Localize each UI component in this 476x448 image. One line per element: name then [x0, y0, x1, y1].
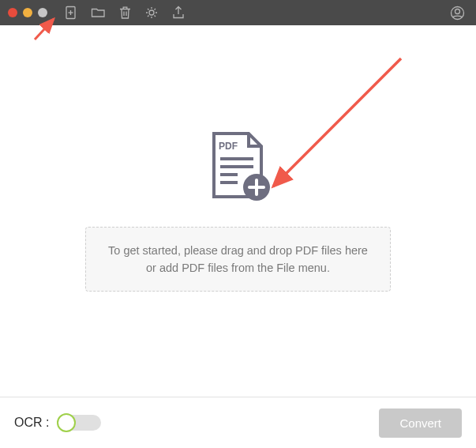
export-button[interactable]: [167, 2, 189, 24]
footer: OCR : Convert: [0, 397, 476, 448]
export-icon: [171, 6, 186, 20]
drop-hint-text: To get started, please drag and drop PDF…: [108, 244, 368, 274]
delete-button[interactable]: [114, 2, 136, 24]
pdf-file-icon: PDF: [204, 130, 272, 209]
account-icon: [450, 6, 465, 21]
svg-point-3: [149, 10, 154, 15]
add-page-icon: [64, 6, 78, 20]
traffic-lights: [8, 8, 47, 17]
maximize-window-button[interactable]: [38, 8, 47, 17]
ocr-toggle[interactable]: [57, 415, 101, 431]
pdf-badge-text: PDF: [219, 141, 238, 152]
ocr-label: OCR :: [14, 416, 49, 430]
minimize-window-button[interactable]: [23, 8, 32, 17]
gear-icon: [144, 6, 159, 20]
convert-button[interactable]: Convert: [379, 408, 462, 438]
open-folder-button[interactable]: [87, 2, 109, 24]
folder-icon: [91, 6, 106, 20]
add-file-button[interactable]: [60, 2, 82, 24]
account-button[interactable]: [446, 2, 468, 24]
ocr-toggle-knob: [57, 413, 76, 432]
settings-button[interactable]: [141, 2, 163, 24]
titlebar: [0, 0, 476, 25]
drop-hint-box: To get started, please drag and drop PDF…: [85, 227, 391, 292]
close-window-button[interactable]: [8, 8, 17, 17]
drop-zone[interactable]: PDF To get started, please drag and drop…: [0, 25, 476, 397]
svg-point-5: [455, 9, 459, 13]
trash-icon: [118, 6, 132, 20]
